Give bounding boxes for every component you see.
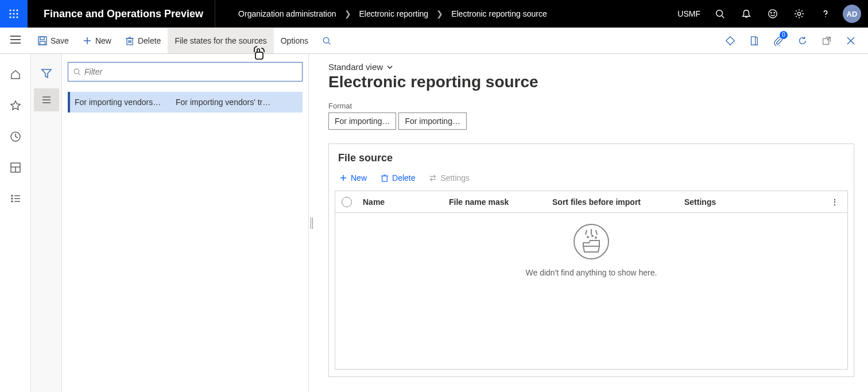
delete-label: Delete xyxy=(138,36,161,45)
svg-point-6 xyxy=(9,16,11,18)
grid-delete-button[interactable]: Delete xyxy=(375,170,421,186)
app-title: Finance and Operations Preview xyxy=(28,0,215,28)
grid-more-button[interactable]: ⋮ xyxy=(828,197,842,207)
close-button[interactable] xyxy=(839,28,862,54)
app-launcher-button[interactable] xyxy=(0,0,28,28)
svg-point-13 xyxy=(774,12,774,13)
svg-point-3 xyxy=(9,13,11,14)
splitter[interactable] xyxy=(309,54,315,392)
smiley-icon xyxy=(768,9,778,19)
search-button[interactable] xyxy=(707,0,733,28)
grid-new-button[interactable]: New xyxy=(334,170,373,186)
page-options-button[interactable] xyxy=(743,28,766,54)
clock-icon xyxy=(10,131,21,142)
col-settings[interactable]: Settings xyxy=(680,197,828,207)
svg-line-10 xyxy=(722,16,724,18)
user-avatar[interactable]: AD xyxy=(843,5,861,23)
circle-icon xyxy=(342,197,352,207)
plus-icon xyxy=(339,174,347,182)
svg-line-62 xyxy=(596,230,597,235)
modules-button[interactable] xyxy=(6,189,25,208)
trash-icon xyxy=(381,174,389,182)
feedback-button[interactable] xyxy=(760,0,785,28)
svg-point-50 xyxy=(74,69,79,73)
svg-rect-53 xyxy=(312,218,313,229)
home-icon xyxy=(10,69,21,80)
delete-button[interactable]: Delete xyxy=(118,28,168,53)
legal-entity[interactable]: USMF xyxy=(672,9,706,18)
svg-point-65 xyxy=(595,237,596,238)
svg-point-4 xyxy=(13,13,14,14)
svg-point-43 xyxy=(11,198,13,199)
svg-point-8 xyxy=(16,16,18,18)
select-all[interactable] xyxy=(335,197,358,207)
help-button[interactable] xyxy=(813,0,838,28)
chevron-down-icon xyxy=(386,64,393,71)
attachments-button[interactable]: 0 xyxy=(767,28,790,54)
breadcrumb-item[interactable]: Electronic reporting xyxy=(359,9,429,18)
grid-settings-label: Settings xyxy=(440,173,470,183)
breadcrumb: Organization administration ❯ Electronic… xyxy=(215,9,672,18)
popout-button[interactable] xyxy=(815,28,838,54)
recent-button[interactable] xyxy=(6,127,25,146)
action-bar: Save New Delete File states for the sour… xyxy=(0,28,868,54)
file-source-grid: Name File name mask Sort files before im… xyxy=(335,191,848,370)
list-toggle-button[interactable] xyxy=(34,88,59,111)
file-states-button[interactable]: File states for the sources xyxy=(168,28,273,53)
filter-toggle-button[interactable] xyxy=(34,62,59,85)
col-sort[interactable]: Sort files before import xyxy=(548,197,680,207)
options-label: Options xyxy=(281,36,308,45)
breadcrumb-item[interactable]: Organization administration xyxy=(238,9,336,18)
settings-button[interactable] xyxy=(786,0,812,28)
hamburger-icon xyxy=(10,36,21,44)
svg-point-5 xyxy=(16,13,18,14)
grid-empty-state: We didn't find anything to show here. xyxy=(335,213,847,369)
svg-point-1 xyxy=(13,9,14,11)
filter-input[interactable] xyxy=(84,67,297,76)
refresh-icon xyxy=(797,36,808,46)
svg-rect-21 xyxy=(40,41,45,45)
file-source-card: File source New Delete Settings xyxy=(328,143,854,377)
svg-point-41 xyxy=(11,195,13,196)
format-field: For importing… For importing… xyxy=(328,112,854,130)
attachments-badge: 0 xyxy=(780,31,788,39)
action-search-button[interactable] xyxy=(315,28,338,53)
chevron-right-icon: ❯ xyxy=(436,9,443,18)
col-name[interactable]: Name xyxy=(358,197,444,207)
lines-icon xyxy=(41,94,52,106)
svg-line-60 xyxy=(586,230,587,235)
col-mask[interactable]: File name mask xyxy=(444,197,548,207)
list-pane: For importing vendors… For importing ven… xyxy=(62,54,309,392)
search-icon xyxy=(715,9,725,19)
favorites-button[interactable] xyxy=(6,96,25,115)
close-icon xyxy=(846,36,855,45)
view-label: Standard view xyxy=(328,62,383,72)
format-desc[interactable]: For importing… xyxy=(398,112,466,130)
chevron-right-icon: ❯ xyxy=(344,9,351,18)
new-label: New xyxy=(95,36,111,45)
nav-toggle-button[interactable] xyxy=(10,36,21,45)
list-cell: For importing vendors' tr… xyxy=(176,98,298,107)
list-row[interactable]: For importing vendors… For importing ven… xyxy=(68,92,303,112)
list-cell: For importing vendors… xyxy=(75,98,172,107)
file-states-label: File states for the sources xyxy=(175,36,266,45)
filter-field[interactable] xyxy=(68,62,303,81)
save-button[interactable]: Save xyxy=(31,28,76,53)
grip-icon xyxy=(310,216,313,230)
workspaces-button[interactable] xyxy=(6,158,25,177)
detail-pane: Standard view Electronic reporting sourc… xyxy=(315,54,868,392)
home-button[interactable] xyxy=(6,65,25,84)
new-button[interactable]: New xyxy=(76,28,118,53)
personalize-button[interactable] xyxy=(719,28,742,54)
nav-rail xyxy=(0,54,31,392)
options-button[interactable]: Options xyxy=(274,28,315,53)
svg-rect-56 xyxy=(382,176,388,182)
notifications-button[interactable] xyxy=(734,0,759,28)
view-picker[interactable]: Standard view xyxy=(328,62,854,72)
refresh-button[interactable] xyxy=(791,28,814,54)
format-value[interactable]: For importing… xyxy=(328,112,396,130)
grid-delete-label: Delete xyxy=(392,173,415,183)
bell-icon xyxy=(741,9,751,19)
breadcrumb-item[interactable]: Electronic reporting source xyxy=(451,9,547,18)
svg-line-31 xyxy=(328,42,330,44)
